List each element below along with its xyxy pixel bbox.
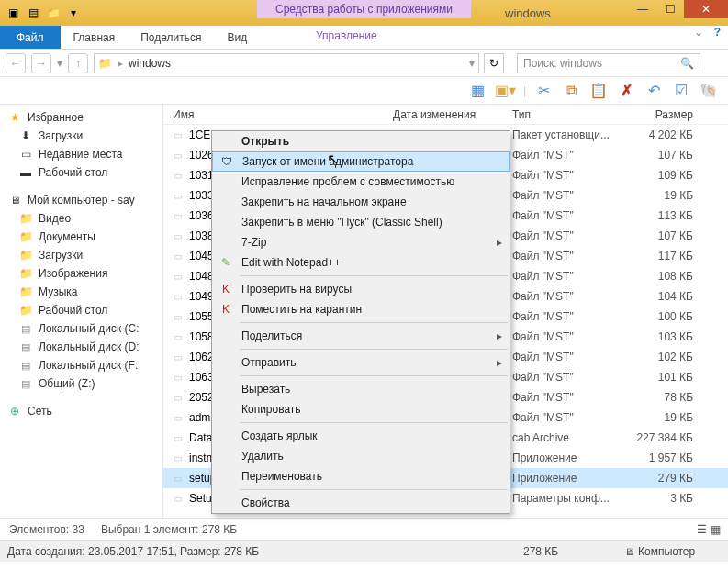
tiles-view-icon[interactable]: ▦ bbox=[711, 523, 721, 536]
refresh-button[interactable]: ↻ bbox=[484, 53, 504, 73]
details-view-icon[interactable]: ☰ bbox=[697, 523, 707, 536]
context-label: Удалить bbox=[241, 450, 284, 463]
context-item[interactable]: Копировать bbox=[212, 399, 510, 419]
context-separator bbox=[240, 375, 508, 376]
context-item[interactable]: ✎Edit with Notepad++ bbox=[212, 252, 510, 273]
forward-button[interactable]: → bbox=[31, 53, 51, 73]
views-icon[interactable]: ▣▾ bbox=[496, 81, 516, 101]
breadcrumb[interactable]: windows bbox=[129, 57, 171, 70]
file-type: Приложение bbox=[512, 452, 632, 464]
window-title: windows bbox=[505, 6, 551, 20]
folder-icon bbox=[18, 284, 33, 299]
sidebar-computer[interactable]: Мой компьютер - say bbox=[0, 191, 162, 209]
context-item[interactable]: Открыть bbox=[212, 131, 510, 151]
sidebar-item-drive-f[interactable]: Локальный диск (F: bbox=[0, 356, 162, 374]
paste-icon[interactable]: 📋 bbox=[588, 81, 609, 101]
file-icon bbox=[169, 390, 185, 405]
tab-home[interactable]: Главная bbox=[61, 26, 129, 49]
context-item[interactable]: KПроверить на вирусы bbox=[212, 279, 510, 299]
ribbon-context-tab[interactable]: Средства работы с приложениями bbox=[257, 0, 471, 18]
file-icon bbox=[169, 249, 185, 263]
properties-icon[interactable]: ☑ bbox=[671, 81, 691, 101]
file-tab[interactable]: Файл bbox=[0, 26, 61, 49]
qat-folder-icon[interactable] bbox=[44, 4, 62, 22]
sidebar-item-downloads2[interactable]: Загрузки bbox=[0, 246, 162, 264]
file-size: 117 КБ bbox=[632, 250, 700, 262]
quick-access-toolbar: ▣ ▤ ▾ bbox=[0, 4, 83, 22]
file-type: Файл "MST" bbox=[512, 270, 632, 283]
column-type[interactable]: Тип bbox=[512, 108, 632, 121]
context-item[interactable]: 🛡Запуск от имени администратора bbox=[212, 151, 510, 172]
context-item[interactable]: Переименовать bbox=[212, 466, 510, 486]
context-item[interactable]: Закрепить в меню "Пуск" (Classic Shell) bbox=[212, 212, 510, 232]
help-icon[interactable]: ? bbox=[714, 26, 721, 39]
address-dropdown-icon[interactable]: ▾ bbox=[469, 57, 475, 70]
maximize-button[interactable]: ☐ bbox=[656, 0, 684, 18]
delete-icon[interactable]: ✗ bbox=[616, 81, 636, 101]
sidebar-item-desktop2[interactable]: Рабочий стол bbox=[0, 301, 162, 319]
ribbon-expand-icon[interactable]: ⌄ bbox=[694, 26, 703, 39]
undo-icon[interactable]: ↶ bbox=[644, 81, 664, 101]
column-name[interactable]: Имя bbox=[163, 108, 393, 121]
file-size: 108 КБ bbox=[632, 270, 700, 283]
shell-icon[interactable]: 🐚 bbox=[699, 81, 719, 101]
sidebar-item-drive-d[interactable]: Локальный диск (D: bbox=[0, 338, 162, 356]
sidebar-item-documents[interactable]: Документы bbox=[0, 228, 162, 246]
drive-icon bbox=[18, 376, 33, 391]
context-item[interactable]: Закрепить на начальном экране bbox=[212, 192, 510, 212]
sidebar-item-music[interactable]: Музыка bbox=[0, 283, 162, 301]
tab-share[interactable]: Поделиться bbox=[128, 26, 214, 49]
sidebar-item-drive-z[interactable]: Общий (Z:) bbox=[0, 374, 162, 393]
file-icon bbox=[169, 451, 185, 465]
context-label: Открыть bbox=[241, 135, 289, 148]
qat-dropdown-icon[interactable]: ▾ bbox=[64, 4, 83, 22]
column-size[interactable]: Размер bbox=[632, 108, 700, 121]
up-button[interactable]: ↑ bbox=[68, 53, 88, 73]
sidebar-item-recent[interactable]: ▭Недавние места bbox=[0, 145, 162, 163]
sidebar-item-pictures[interactable]: Изображения bbox=[0, 264, 162, 283]
minimize-button[interactable]: — bbox=[629, 0, 656, 18]
file-icon bbox=[169, 471, 185, 485]
context-item[interactable]: Поделиться▸ bbox=[212, 326, 510, 346]
column-date[interactable]: Дата изменения bbox=[393, 108, 512, 121]
context-item[interactable]: Исправление проблем с совместимостью bbox=[212, 172, 510, 192]
item-count: Элементов: 33 bbox=[9, 523, 84, 536]
sidebar-item-downloads[interactable]: ⬇Загрузки bbox=[0, 127, 162, 145]
context-item[interactable]: Создать ярлык bbox=[212, 426, 510, 446]
file-type: Приложение bbox=[512, 472, 632, 485]
sidebar-item-desktop[interactable]: ▬Рабочий стол bbox=[0, 163, 162, 182]
context-item[interactable]: KПоместить на карантин bbox=[212, 299, 510, 319]
file-size: 78 КБ bbox=[632, 391, 700, 404]
file-details: Дата создания: 23.05.2017 17:51, Размер:… bbox=[7, 545, 259, 558]
close-button[interactable]: ✕ bbox=[684, 0, 728, 18]
sidebar-item-videos[interactable]: Видео bbox=[0, 209, 162, 228]
file-icon bbox=[169, 188, 185, 203]
recent-dropdown-icon[interactable]: ▾ bbox=[57, 57, 62, 70]
context-label: Отправить bbox=[241, 356, 297, 369]
context-item[interactable]: Отправить▸ bbox=[212, 352, 510, 373]
organize-icon[interactable]: ▦ bbox=[468, 81, 488, 101]
tab-manage[interactable]: Управление bbox=[303, 26, 390, 46]
copy-icon[interactable]: ⧉ bbox=[561, 81, 581, 101]
context-label: Переименовать bbox=[241, 470, 322, 483]
folder-icon bbox=[18, 248, 33, 262]
address-bar[interactable]: ▸ windows ▾ bbox=[94, 53, 479, 73]
cut-icon[interactable]: ✂ bbox=[533, 81, 554, 101]
sidebar-network[interactable]: Сеть bbox=[0, 402, 162, 420]
context-item[interactable]: 7-Zip▸ bbox=[212, 232, 510, 252]
file-type: Файл "MST" bbox=[512, 411, 632, 424]
sidebar-favorites[interactable]: Избранное bbox=[0, 108, 162, 127]
folder-icon bbox=[18, 303, 33, 318]
tab-view[interactable]: Вид bbox=[214, 26, 260, 49]
back-button[interactable]: ← bbox=[6, 53, 26, 73]
file-size: 278 КБ bbox=[523, 545, 558, 558]
sidebar-item-drive-c[interactable]: Локальный диск (C: bbox=[0, 319, 162, 338]
context-item[interactable]: Вырезать bbox=[212, 379, 510, 399]
context-item[interactable]: Свойства bbox=[212, 493, 510, 513]
file-icon bbox=[169, 309, 185, 324]
context-label: Создать ярлык bbox=[241, 430, 318, 442]
file-icon bbox=[169, 491, 185, 506]
qat-properties-icon[interactable]: ▤ bbox=[24, 4, 42, 22]
context-item[interactable]: Удалить bbox=[212, 446, 510, 466]
search-input[interactable]: Поиск: windows 🔍 bbox=[517, 53, 700, 73]
